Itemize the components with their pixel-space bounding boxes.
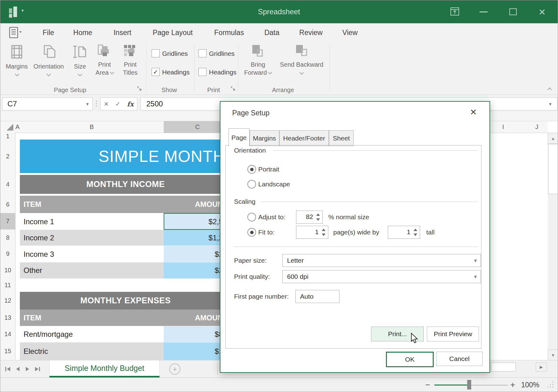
cell-B10[interactable]: Other xyxy=(20,262,167,278)
row-header-12[interactable]: 12 xyxy=(0,292,16,310)
table-header-row[interactable]: ITEM AMOUNT xyxy=(20,196,231,213)
row-header-15[interactable]: 15 xyxy=(0,342,16,360)
cell-B9[interactable]: Income 3 xyxy=(20,246,167,262)
dialog-close-icon[interactable]: ✕ xyxy=(468,107,479,118)
scroll-up-icon[interactable]: ▲ xyxy=(548,133,558,144)
tab-file[interactable]: File xyxy=(40,23,57,42)
dialog-tab-page[interactable]: Page xyxy=(228,128,250,146)
print-headings-checkbox[interactable] xyxy=(198,68,206,76)
row-header-2[interactable]: 2 xyxy=(0,140,16,173)
bring-forward-button[interactable]: Bring Forward xyxy=(243,60,273,77)
zoom-level[interactable]: 100% xyxy=(521,378,539,392)
orientation-button[interactable]: Orientation xyxy=(31,62,66,70)
insert-function-icon[interactable]: fx xyxy=(127,100,134,108)
zoom-slider-thumb[interactable] xyxy=(467,380,471,390)
cancel-entry-icon[interactable]: ✕ xyxy=(104,100,109,108)
print-area-button[interactable]: Print Area xyxy=(92,60,117,77)
collapse-ribbon-icon[interactable] xyxy=(547,87,552,92)
tab-home[interactable]: Home xyxy=(71,23,95,42)
orientation-icon[interactable] xyxy=(41,44,56,59)
column-header-I[interactable]: I xyxy=(490,121,516,133)
section-banner-expenses[interactable]: MONTHLY EXPENSES xyxy=(20,292,231,310)
print-titles-icon[interactable] xyxy=(123,44,138,59)
name-box[interactable]: C7 ▾ xyxy=(2,97,93,110)
cell-B14[interactable]: Rent/mortgage xyxy=(20,326,167,342)
formula-bar-drag-handle[interactable]: ⋮ xyxy=(93,97,100,110)
row-header-9[interactable]: 9 xyxy=(0,246,16,262)
orientation-chevron-icon[interactable] xyxy=(47,72,51,76)
size-icon[interactable] xyxy=(73,44,87,59)
row-header-11[interactable]: 11 xyxy=(0,278,16,292)
select-all-corner[interactable] xyxy=(0,121,16,133)
column-header-B[interactable]: B xyxy=(20,121,164,133)
zoom-slider-track[interactable] xyxy=(471,385,508,385)
row-header-6[interactable]: 6 xyxy=(0,196,16,213)
dialog-tab-sheet[interactable]: Sheet xyxy=(329,130,354,146)
row-header-13[interactable]: 13 xyxy=(0,310,16,326)
fit-to-radio[interactable] xyxy=(247,228,256,237)
maximize-icon[interactable] xyxy=(509,8,517,15)
cancel-button[interactable]: Cancel xyxy=(436,352,483,366)
fit-to-label[interactable]: Fit to: xyxy=(258,229,275,236)
dialog-tab-header-footer[interactable]: Header/Footer xyxy=(279,130,329,146)
first-page-input[interactable]: Auto xyxy=(295,290,339,303)
zoom-in-button[interactable]: + xyxy=(508,380,517,390)
scroll-right-icon[interactable]: ▶ xyxy=(536,363,547,372)
row-header-8[interactable]: 8 xyxy=(0,229,16,246)
file-menu-icon[interactable] xyxy=(9,27,23,38)
adjust-percent-spinner[interactable]: 82 xyxy=(296,211,323,224)
zoom-out-button[interactable]: − xyxy=(423,380,432,390)
adjust-to-label[interactable]: Adjust to: xyxy=(258,213,286,221)
cell-B15[interactable]: Electric xyxy=(20,342,167,360)
show-gridlines-checkbox[interactable] xyxy=(152,49,160,57)
tab-page-layout[interactable]: Page Layout xyxy=(148,23,197,43)
print-titles-button[interactable]: Print Titles xyxy=(119,60,142,77)
close-window-icon[interactable]: ✕ xyxy=(538,7,546,17)
fit-tall-spinner[interactable]: 1 xyxy=(388,226,420,239)
margins-chevron-icon[interactable] xyxy=(15,72,19,76)
horizontal-scroll-thumb[interactable] xyxy=(491,363,516,372)
bring-forward-icon[interactable] xyxy=(250,44,265,59)
landscape-radio[interactable] xyxy=(247,180,256,189)
size-button[interactable]: Size xyxy=(70,62,90,70)
margins-icon[interactable] xyxy=(9,44,24,59)
table-header-row[interactable]: ITEM AMOUNT xyxy=(20,310,231,326)
add-sheet-button[interactable]: + xyxy=(169,363,180,375)
print-gridlines-checkbox[interactable] xyxy=(198,49,206,57)
sheet-tab-active[interactable]: Simple Monthly Budget xyxy=(49,360,160,377)
popout-icon[interactable] xyxy=(450,7,459,16)
tab-formulas[interactable]: Formulas xyxy=(209,23,250,42)
print-preview-button[interactable]: Print Preview xyxy=(427,327,479,341)
show-headings-checkbox[interactable]: ✓ xyxy=(152,68,160,76)
enter-entry-icon[interactable]: ✓ xyxy=(115,100,121,108)
dialog-tab-margins[interactable]: Margins xyxy=(250,130,279,146)
paper-size-select[interactable]: Letter▾ xyxy=(282,254,481,267)
tab-data[interactable]: Data xyxy=(261,23,283,42)
page-setup-dialog-launcher-icon[interactable] xyxy=(137,86,142,91)
section-banner-income[interactable]: MONTHLY INCOME xyxy=(20,175,231,194)
vertical-scroll-thumb[interactable] xyxy=(548,144,558,194)
zoom-slider-track-filled[interactable] xyxy=(434,385,467,385)
tab-view[interactable]: View xyxy=(340,23,360,42)
row-header-1[interactable]: 1 xyxy=(0,133,16,140)
portrait-label[interactable]: Portrait xyxy=(258,166,279,173)
size-chevron-icon[interactable] xyxy=(78,72,82,76)
fit-wide-spinner[interactable]: 1 xyxy=(296,226,328,239)
print-dialog-launcher-icon[interactable] xyxy=(230,86,236,91)
vertical-scrollbar[interactable]: ▲ ▼ xyxy=(548,133,558,360)
row-header-7[interactable]: 7 xyxy=(0,213,16,230)
portrait-radio[interactable] xyxy=(247,165,256,174)
scroll-down-icon[interactable]: ▼ xyxy=(548,350,558,361)
adjust-to-radio[interactable] xyxy=(247,213,256,221)
landscape-label[interactable]: Landscape xyxy=(258,180,290,188)
print-area-icon[interactable] xyxy=(97,44,112,59)
resize-grip[interactable] xyxy=(547,381,554,388)
margins-button[interactable]: Margins xyxy=(2,62,32,70)
ok-button[interactable]: OK xyxy=(386,352,434,367)
cell-B7[interactable]: Income 1 xyxy=(20,213,167,230)
row-header-14[interactable]: 14 xyxy=(0,326,16,342)
row-header-4[interactable]: 4 xyxy=(0,175,16,194)
print-quality-select[interactable]: 600 dpi▾ xyxy=(282,270,481,283)
send-backward-button[interactable]: Send Backward xyxy=(276,60,328,77)
column-header-J[interactable]: J xyxy=(516,121,548,133)
